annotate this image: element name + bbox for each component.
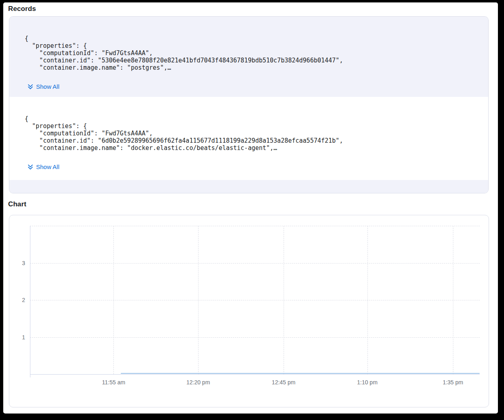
show-all-button[interactable]: Show All	[27, 83, 60, 91]
v-gridline	[367, 226, 368, 374]
v-gridline	[198, 226, 199, 374]
h-gridline	[30, 263, 480, 264]
record-row: { "properties": { "computationId": "Fwd7…	[9, 17, 488, 97]
show-all-label: Show All	[36, 163, 60, 171]
x-axis-line	[30, 374, 480, 375]
screenshot-frame: { "page": { "records": { "title": "Recor…	[0, 0, 504, 420]
x-axis-tick-label: 12:45 pm	[272, 379, 295, 386]
h-gridline	[30, 337, 480, 338]
records-section-title: Records	[8, 4, 36, 14]
y-axis-tick-label: 2	[11, 297, 25, 303]
records-panel: { "properties": { "computationId": "Fwd7…	[9, 16, 489, 193]
chart-panel: 3 2 1 11:55 am 12:20 pm 12:45 pm 1:10 pm…	[9, 215, 489, 407]
y-axis-line	[30, 226, 30, 377]
v-gridline	[453, 226, 453, 374]
v-gridline	[113, 226, 114, 374]
record-json: { "properties": { "computationId": "Fwd7…	[25, 35, 482, 71]
v-gridline	[284, 226, 284, 374]
h-gridline	[30, 300, 480, 300]
show-all-button[interactable]: Show All	[27, 163, 60, 171]
double-chevron-down-icon	[27, 164, 34, 170]
record-row: { "properties": { "computationId": "Fwd7…	[9, 97, 488, 180]
x-axis-tick-label: 1:35 pm	[443, 379, 463, 386]
h-gridline	[30, 226, 480, 226]
record-json: { "properties": { "computationId": "Fwd7…	[25, 115, 482, 152]
x-axis-tick-label: 1:10 pm	[357, 379, 378, 386]
x-axis-tick-label: 12:20 pm	[186, 379, 210, 386]
chart-section-title: Chart	[8, 199, 26, 209]
series-line	[121, 373, 480, 374]
record-row-empty	[9, 180, 488, 193]
y-axis-tick-label: 1	[11, 334, 25, 341]
page: Records { "properties": { "computationId…	[3, 2, 498, 414]
y-axis-tick-label: 3	[11, 260, 25, 266]
double-chevron-down-icon	[27, 84, 34, 90]
show-all-label: Show All	[36, 83, 60, 91]
chart-plot-area: 3 2 1 11:55 am 12:20 pm 12:45 pm 1:10 pm…	[30, 226, 480, 374]
x-axis-tick-label: 11:55 am	[102, 379, 125, 386]
